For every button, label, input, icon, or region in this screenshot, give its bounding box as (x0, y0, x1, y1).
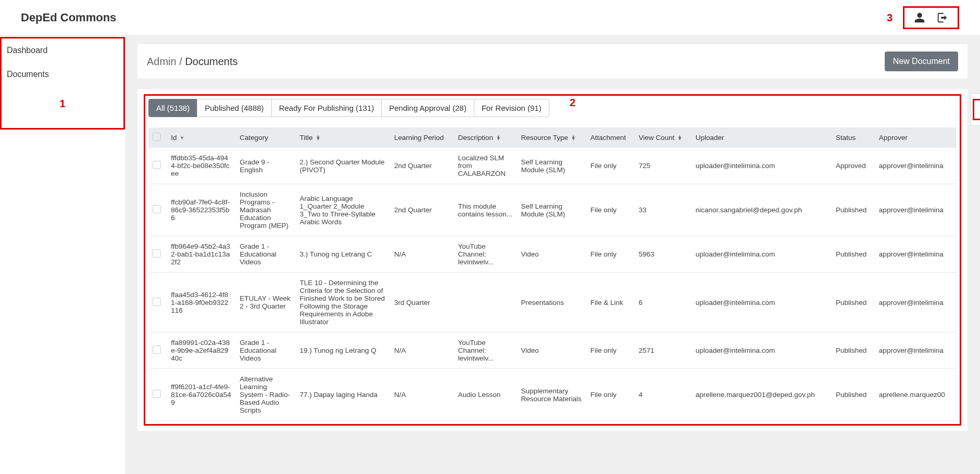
table-row[interactable]: fffdbb35-45da-4944-bf2c-be08e350fceeGrad… (148, 148, 957, 184)
cell-description: YouTube Channel: levintwelv... (454, 236, 517, 273)
col-id[interactable]: Id ▼ (167, 127, 235, 148)
cell-resource-type: Video (517, 332, 586, 369)
table-row[interactable]: ffb964e9-45b2-4a32-bab1-ba1d1c13a2f2Grad… (148, 236, 957, 273)
cell-category: Grade 1 - Educational Videos (235, 236, 295, 273)
table-wrap: Id ▼ Category Title ▲▼ (148, 127, 957, 421)
brand-title: DepEd Commons (21, 11, 116, 24)
cell-attachment: File only (586, 148, 635, 184)
cell-view-count: 725 (634, 148, 691, 184)
col-view-count[interactable]: View Count ▲▼ (634, 127, 691, 148)
sidebar: Dashboard Documents 1 (0, 36, 125, 474)
cell-uploader: nicanor.sangabriel@deped.gov.ph (692, 184, 832, 236)
header-right: 3 (887, 6, 959, 29)
cell-category: Grade 1 - Educational Videos (235, 332, 295, 369)
cell-resource-type: Video (517, 236, 586, 273)
cell-learning-period: 2nd Quarter (390, 184, 454, 236)
col-status[interactable]: Status (832, 127, 875, 148)
col-description[interactable]: Description ▲▼ (454, 127, 517, 148)
cell-status: Published (832, 332, 875, 369)
col-approver[interactable]: Approver (875, 127, 957, 148)
col-learning-period[interactable]: Learning Period (390, 127, 454, 148)
annotation-3-label: 3 (887, 12, 893, 24)
cell-category: ETULAY - Week 2 - 3rd Quarter (235, 273, 295, 332)
col-uploader[interactable]: Uploader (692, 127, 832, 148)
table-row[interactable]: ffcb90af-7fe0-4c8f-86c9-36522353f5b6Incl… (148, 184, 957, 236)
annotation-box-4 (973, 99, 980, 120)
annotation-box-1: Dashboard Documents 1 (0, 37, 125, 130)
col-status-label: Status (836, 134, 856, 142)
sidebar-item-documents[interactable]: Documents (2, 62, 123, 86)
logout-icon[interactable] (937, 12, 948, 23)
cell-attachment: File only (586, 332, 635, 369)
filter-panel: 4 (971, 93, 980, 126)
cell-resource-type: Self Learning Module (SLM) (517, 184, 586, 236)
cell-learning-period: 3rd Quarter (390, 273, 454, 332)
col-category-label: Category (240, 134, 268, 142)
col-title[interactable]: Title ▲▼ (296, 127, 390, 148)
cell-learning-period: N/A (390, 369, 454, 421)
page-header: Admin / Documents New Document (137, 44, 968, 79)
cell-approver: approver@intelimina (875, 148, 957, 184)
cell-uploader: uploader@intelimina.com (692, 236, 832, 273)
user-icon[interactable] (914, 12, 925, 23)
cell-title: 77.) Dapay laging Handa (296, 369, 390, 421)
tab-0[interactable]: All (5138) (148, 99, 197, 117)
new-document-button[interactable]: New Document (885, 52, 958, 71)
sort-icon: ▲▼ (677, 135, 682, 140)
col-uploader-label: Uploader (696, 134, 724, 142)
breadcrumb: Admin / Documents (147, 56, 238, 68)
sidebar-item-dashboard[interactable]: Dashboard (2, 39, 123, 62)
cell-title: Arabic Language 1_Quarter 2_Module 3_Two… (296, 184, 390, 236)
row-checkbox[interactable] (153, 298, 161, 306)
cell-title: 2.) Second Quarter Module (PIVOT) (296, 148, 390, 184)
cell-uploader: uploader@intelimina.com (692, 273, 832, 332)
col-category[interactable]: Category (235, 127, 295, 148)
cell-description: YouTube Channel: levintwelv... (454, 332, 517, 369)
cell-status: Published (832, 184, 875, 236)
row-checkbox[interactable] (153, 249, 161, 258)
cell-id: ffb964e9-45b2-4a32-bab1-ba1d1c13a2f2 (167, 236, 235, 273)
cell-uploader: uploader@intelimina.com (692, 148, 832, 184)
col-attachment-label: Attachment (590, 134, 626, 142)
main-content: Admin / Documents New Document 2 All (51… (125, 36, 980, 474)
cell-learning-period: 2nd Quarter (390, 148, 454, 184)
col-resource-type[interactable]: Resource Type ▲▼ (517, 127, 586, 148)
sort-icon: ▲▼ (496, 135, 501, 140)
row-checkbox[interactable] (153, 161, 161, 169)
cell-approver: approver@intelimina (875, 332, 957, 369)
tab-2[interactable]: Ready For Publishing (131) (271, 99, 382, 117)
row-checkbox[interactable] (153, 390, 161, 398)
annotation-box-3 (903, 6, 959, 29)
row-checkbox[interactable] (153, 345, 161, 354)
table-row[interactable]: ffaa45d3-4612-4f81-a168-9f0eb9322116ETUL… (148, 273, 957, 332)
tab-4[interactable]: For Revision (91) (474, 99, 549, 117)
col-attachment[interactable]: Attachment (586, 127, 635, 148)
table-row[interactable]: ffa89991-c02a-438e-9b9e-a2ef4a82940cGrad… (148, 332, 957, 369)
breadcrumb-sep: / (177, 56, 185, 67)
row-checkbox[interactable] (153, 205, 161, 213)
cell-category: Inclusion Programs - Madrasah Education … (235, 184, 295, 236)
cell-resource-type: Self Learning Module (SLM) (517, 148, 586, 184)
cell-status: Approved (832, 148, 875, 184)
sort-desc-icon: ▼ (180, 137, 184, 139)
cell-description (454, 273, 517, 332)
table-row[interactable]: ff9f6201-a1cf-4fe9-81ce-6a7026c0a549Alte… (148, 369, 957, 421)
breadcrumb-root[interactable]: Admin (147, 56, 177, 67)
cell-id: ffcb90af-7fe0-4c8f-86c9-36522353f5b6 (167, 184, 235, 236)
cell-description: This module contains lesson... (454, 184, 517, 236)
cell-view-count: 33 (634, 184, 691, 236)
cell-approver: approver@intelimina (875, 273, 957, 332)
cell-description: Audio Lesson (454, 369, 517, 421)
col-check (148, 127, 167, 148)
select-all-checkbox[interactable] (153, 133, 161, 141)
cell-resource-type: Presentations (517, 273, 586, 332)
tab-1[interactable]: Published (4888) (197, 99, 271, 117)
cell-title: 19.) Tunog ng Letrang Q (296, 332, 390, 369)
cell-id: ff9f6201-a1cf-4fe9-81ce-6a7026c0a549 (167, 369, 235, 421)
tab-3[interactable]: Pending Approval (28) (381, 99, 474, 117)
col-title-label: Title (300, 134, 313, 142)
table-header-row: Id ▼ Category Title ▲▼ (148, 127, 957, 148)
cell-category: Alternative Learning System - Radio-Base… (235, 369, 295, 421)
header: DepEd Commons 3 (0, 0, 980, 36)
cell-id: ffaa45d3-4612-4f81-a168-9f0eb9322116 (167, 273, 235, 332)
